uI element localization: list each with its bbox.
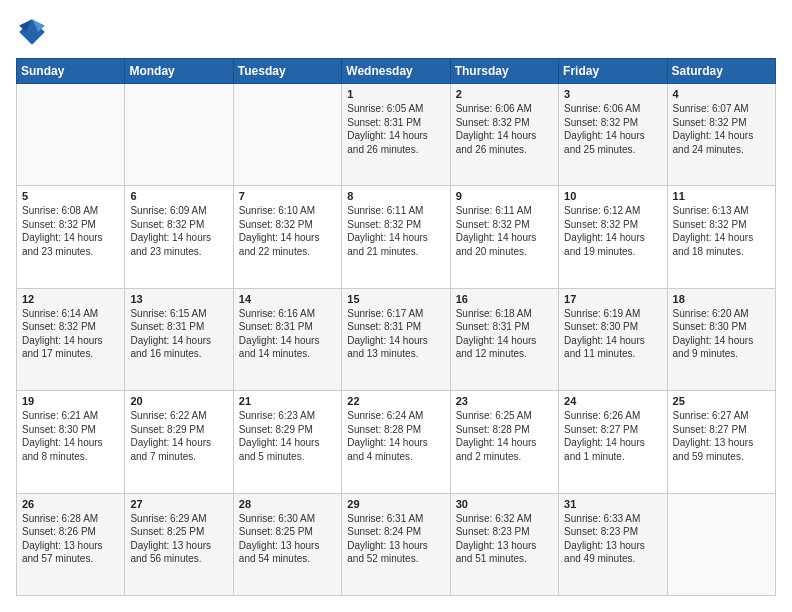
calendar-day-header: Monday: [125, 59, 233, 84]
calendar-day-cell: 11Sunrise: 6:13 AM Sunset: 8:32 PM Dayli…: [667, 186, 775, 288]
day-number: 11: [673, 190, 770, 202]
calendar-day-cell: 19Sunrise: 6:21 AM Sunset: 8:30 PM Dayli…: [17, 391, 125, 493]
calendar-week-row: 5Sunrise: 6:08 AM Sunset: 8:32 PM Daylig…: [17, 186, 776, 288]
calendar-week-row: 19Sunrise: 6:21 AM Sunset: 8:30 PM Dayli…: [17, 391, 776, 493]
calendar-day-cell: 23Sunrise: 6:25 AM Sunset: 8:28 PM Dayli…: [450, 391, 558, 493]
calendar-day-cell: 22Sunrise: 6:24 AM Sunset: 8:28 PM Dayli…: [342, 391, 450, 493]
calendar-day-cell: 31Sunrise: 6:33 AM Sunset: 8:23 PM Dayli…: [559, 493, 667, 595]
day-number: 4: [673, 88, 770, 100]
page: SundayMondayTuesdayWednesdayThursdayFrid…: [0, 0, 792, 612]
day-info: Sunrise: 6:18 AM Sunset: 8:31 PM Dayligh…: [456, 307, 553, 361]
day-info: Sunrise: 6:13 AM Sunset: 8:32 PM Dayligh…: [673, 204, 770, 258]
day-number: 7: [239, 190, 336, 202]
day-number: 2: [456, 88, 553, 100]
day-number: 31: [564, 498, 661, 510]
day-info: Sunrise: 6:11 AM Sunset: 8:32 PM Dayligh…: [347, 204, 444, 258]
day-number: 18: [673, 293, 770, 305]
logo: [16, 16, 52, 48]
day-info: Sunrise: 6:06 AM Sunset: 8:32 PM Dayligh…: [456, 102, 553, 156]
calendar-day-cell: 18Sunrise: 6:20 AM Sunset: 8:30 PM Dayli…: [667, 288, 775, 390]
calendar-day-cell: 3Sunrise: 6:06 AM Sunset: 8:32 PM Daylig…: [559, 84, 667, 186]
day-info: Sunrise: 6:23 AM Sunset: 8:29 PM Dayligh…: [239, 409, 336, 463]
day-info: Sunrise: 6:21 AM Sunset: 8:30 PM Dayligh…: [22, 409, 119, 463]
day-info: Sunrise: 6:07 AM Sunset: 8:32 PM Dayligh…: [673, 102, 770, 156]
day-number: 23: [456, 395, 553, 407]
day-number: 28: [239, 498, 336, 510]
calendar-week-row: 12Sunrise: 6:14 AM Sunset: 8:32 PM Dayli…: [17, 288, 776, 390]
day-info: Sunrise: 6:24 AM Sunset: 8:28 PM Dayligh…: [347, 409, 444, 463]
calendar-day-cell: 4Sunrise: 6:07 AM Sunset: 8:32 PM Daylig…: [667, 84, 775, 186]
day-number: 26: [22, 498, 119, 510]
day-info: Sunrise: 6:09 AM Sunset: 8:32 PM Dayligh…: [130, 204, 227, 258]
calendar-day-cell: 12Sunrise: 6:14 AM Sunset: 8:32 PM Dayli…: [17, 288, 125, 390]
day-info: Sunrise: 6:20 AM Sunset: 8:30 PM Dayligh…: [673, 307, 770, 361]
calendar-day-cell: 5Sunrise: 6:08 AM Sunset: 8:32 PM Daylig…: [17, 186, 125, 288]
calendar-week-row: 1Sunrise: 6:05 AM Sunset: 8:31 PM Daylig…: [17, 84, 776, 186]
calendar-day-header: Tuesday: [233, 59, 341, 84]
day-info: Sunrise: 6:11 AM Sunset: 8:32 PM Dayligh…: [456, 204, 553, 258]
calendar-day-header: Thursday: [450, 59, 558, 84]
day-number: 8: [347, 190, 444, 202]
calendar-day-header: Friday: [559, 59, 667, 84]
day-number: 24: [564, 395, 661, 407]
day-number: 9: [456, 190, 553, 202]
calendar-day-cell: 29Sunrise: 6:31 AM Sunset: 8:24 PM Dayli…: [342, 493, 450, 595]
day-info: Sunrise: 6:12 AM Sunset: 8:32 PM Dayligh…: [564, 204, 661, 258]
calendar-day-header: Sunday: [17, 59, 125, 84]
calendar-day-cell: [17, 84, 125, 186]
day-number: 15: [347, 293, 444, 305]
calendar-day-cell: 17Sunrise: 6:19 AM Sunset: 8:30 PM Dayli…: [559, 288, 667, 390]
calendar-day-cell: 2Sunrise: 6:06 AM Sunset: 8:32 PM Daylig…: [450, 84, 558, 186]
day-number: 17: [564, 293, 661, 305]
calendar-day-cell: 15Sunrise: 6:17 AM Sunset: 8:31 PM Dayli…: [342, 288, 450, 390]
day-info: Sunrise: 6:06 AM Sunset: 8:32 PM Dayligh…: [564, 102, 661, 156]
day-info: Sunrise: 6:27 AM Sunset: 8:27 PM Dayligh…: [673, 409, 770, 463]
calendar-header-row: SundayMondayTuesdayWednesdayThursdayFrid…: [17, 59, 776, 84]
calendar-day-cell: 6Sunrise: 6:09 AM Sunset: 8:32 PM Daylig…: [125, 186, 233, 288]
day-info: Sunrise: 6:08 AM Sunset: 8:32 PM Dayligh…: [22, 204, 119, 258]
day-info: Sunrise: 6:16 AM Sunset: 8:31 PM Dayligh…: [239, 307, 336, 361]
day-number: 13: [130, 293, 227, 305]
day-number: 10: [564, 190, 661, 202]
calendar-day-cell: 14Sunrise: 6:16 AM Sunset: 8:31 PM Dayli…: [233, 288, 341, 390]
calendar-day-cell: 10Sunrise: 6:12 AM Sunset: 8:32 PM Dayli…: [559, 186, 667, 288]
calendar-day-cell: [125, 84, 233, 186]
day-number: 16: [456, 293, 553, 305]
day-info: Sunrise: 6:26 AM Sunset: 8:27 PM Dayligh…: [564, 409, 661, 463]
calendar-day-cell: [233, 84, 341, 186]
day-info: Sunrise: 6:30 AM Sunset: 8:25 PM Dayligh…: [239, 512, 336, 566]
day-number: 22: [347, 395, 444, 407]
day-info: Sunrise: 6:14 AM Sunset: 8:32 PM Dayligh…: [22, 307, 119, 361]
day-number: 14: [239, 293, 336, 305]
day-info: Sunrise: 6:25 AM Sunset: 8:28 PM Dayligh…: [456, 409, 553, 463]
calendar-day-cell: 20Sunrise: 6:22 AM Sunset: 8:29 PM Dayli…: [125, 391, 233, 493]
day-number: 29: [347, 498, 444, 510]
calendar-day-cell: 7Sunrise: 6:10 AM Sunset: 8:32 PM Daylig…: [233, 186, 341, 288]
day-info: Sunrise: 6:32 AM Sunset: 8:23 PM Dayligh…: [456, 512, 553, 566]
day-number: 21: [239, 395, 336, 407]
calendar-day-cell: 13Sunrise: 6:15 AM Sunset: 8:31 PM Dayli…: [125, 288, 233, 390]
calendar-day-cell: 16Sunrise: 6:18 AM Sunset: 8:31 PM Dayli…: [450, 288, 558, 390]
calendar-day-cell: 27Sunrise: 6:29 AM Sunset: 8:25 PM Dayli…: [125, 493, 233, 595]
calendar-day-cell: 24Sunrise: 6:26 AM Sunset: 8:27 PM Dayli…: [559, 391, 667, 493]
svg-marker-0: [19, 19, 45, 45]
calendar-day-cell: [667, 493, 775, 595]
day-number: 1: [347, 88, 444, 100]
day-number: 25: [673, 395, 770, 407]
day-info: Sunrise: 6:31 AM Sunset: 8:24 PM Dayligh…: [347, 512, 444, 566]
calendar-week-row: 26Sunrise: 6:28 AM Sunset: 8:26 PM Dayli…: [17, 493, 776, 595]
day-number: 27: [130, 498, 227, 510]
calendar-day-cell: 28Sunrise: 6:30 AM Sunset: 8:25 PM Dayli…: [233, 493, 341, 595]
day-info: Sunrise: 6:33 AM Sunset: 8:23 PM Dayligh…: [564, 512, 661, 566]
day-info: Sunrise: 6:17 AM Sunset: 8:31 PM Dayligh…: [347, 307, 444, 361]
calendar-day-cell: 25Sunrise: 6:27 AM Sunset: 8:27 PM Dayli…: [667, 391, 775, 493]
logo-icon: [16, 16, 48, 48]
day-number: 19: [22, 395, 119, 407]
day-info: Sunrise: 6:22 AM Sunset: 8:29 PM Dayligh…: [130, 409, 227, 463]
calendar-day-cell: 30Sunrise: 6:32 AM Sunset: 8:23 PM Dayli…: [450, 493, 558, 595]
day-number: 3: [564, 88, 661, 100]
calendar-day-cell: 1Sunrise: 6:05 AM Sunset: 8:31 PM Daylig…: [342, 84, 450, 186]
calendar-day-header: Saturday: [667, 59, 775, 84]
calendar-table: SundayMondayTuesdayWednesdayThursdayFrid…: [16, 58, 776, 596]
day-number: 5: [22, 190, 119, 202]
